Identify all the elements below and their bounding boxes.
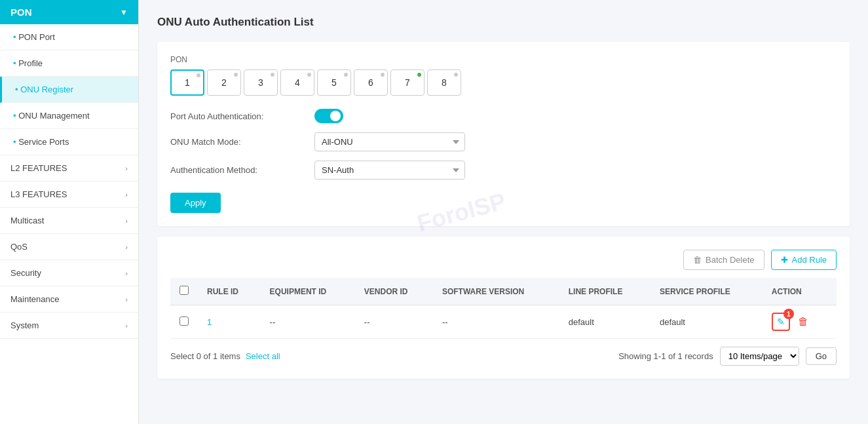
- sidebar-group-label: L3 FEATURES: [10, 189, 67, 199]
- chevron-right-icon: ›: [125, 296, 128, 303]
- pon-tab-1[interactable]: 1: [170, 69, 204, 96]
- pon-dot-6: [381, 73, 385, 77]
- cell-software-version: --: [433, 305, 559, 339]
- sidebar-group-label: Maintenance: [10, 294, 59, 304]
- sidebar-group-multicast[interactable]: Multicast ›: [0, 208, 138, 234]
- rule-id-link[interactable]: 1: [207, 317, 212, 327]
- items-per-page-select[interactable]: 10 Items/page 20 Items/page 50 Items/pag…: [720, 347, 799, 366]
- table-actions: 🗑 Batch Delete ✚ Add Rule: [170, 250, 837, 270]
- page-title: ONU Auto Authentication List: [157, 16, 850, 29]
- cell-action: ✎ 1 🗑: [763, 305, 837, 339]
- pon-dot-2: [234, 73, 238, 77]
- trash-icon: 🗑: [693, 255, 702, 265]
- port-auto-auth-toggle[interactable]: [314, 109, 343, 123]
- rules-table: RULE ID EQUIPMENT ID VENDOR ID SOFTWARE …: [170, 278, 837, 339]
- sidebar-group-maintenance[interactable]: Maintenance ›: [0, 286, 138, 313]
- sidebar-group-l2-features[interactable]: L2 FEATURES ›: [0, 155, 138, 182]
- table-card: 🗑 Batch Delete ✚ Add Rule RULE ID EQUIPM…: [157, 237, 850, 379]
- onu-match-mode-select[interactable]: All-ONU SN Password SN+Password: [314, 132, 465, 151]
- pon-dot-8: [454, 73, 458, 77]
- pon-tab-7[interactable]: 7: [390, 69, 425, 96]
- sidebar-group-label: Multicast: [10, 216, 44, 225]
- go-button[interactable]: Go: [806, 347, 837, 365]
- sidebar-group-label: System: [10, 320, 39, 330]
- pon-tab-6[interactable]: 6: [354, 69, 388, 96]
- cell-vendor-id: --: [355, 305, 433, 339]
- sidebar-item-pon-port[interactable]: PON Port: [0, 24, 138, 50]
- plus-icon: ✚: [781, 255, 788, 265]
- cell-rule-id: 1: [198, 305, 261, 339]
- auth-method-select[interactable]: SN-Auth Password-Auth SN+Password-Auth: [314, 161, 465, 180]
- pon-tab-2[interactable]: 2: [207, 69, 241, 96]
- pon-tab-8[interactable]: 8: [427, 69, 461, 96]
- sidebar-pon-header[interactable]: PON ▼: [0, 0, 138, 24]
- add-rule-button[interactable]: ✚ Add Rule: [771, 250, 837, 270]
- header-equipment-id: EQUIPMENT ID: [261, 278, 355, 305]
- pon-dot-1: [197, 73, 200, 77]
- sidebar-group-l3-features[interactable]: L3 FEATURES ›: [0, 182, 138, 208]
- sidebar-item-label: Service Ports: [18, 137, 69, 147]
- header-rule-id: RULE ID: [198, 278, 261, 305]
- cell-equipment-id: --: [261, 305, 355, 339]
- pon-tabs: 1 2 3 4 5 6 7: [170, 69, 837, 96]
- sidebar-pon-label: PON: [10, 7, 32, 18]
- edit-icon: ✎: [777, 317, 785, 327]
- header-vendor-id: VENDOR ID: [355, 278, 433, 305]
- cell-line-profile: default: [559, 305, 651, 339]
- header-checkbox-col: [170, 278, 198, 305]
- sidebar: PON ▼ PON Port Profile ONU Register ONU …: [0, 0, 139, 424]
- pon-tab-label-3: 3: [258, 77, 263, 88]
- pon-tab-4[interactable]: 4: [280, 69, 314, 96]
- pon-tab-5[interactable]: 5: [317, 69, 351, 96]
- sidebar-group-label: L2 FEATURES: [10, 163, 67, 173]
- pon-tab-label-4: 4: [295, 77, 300, 88]
- sidebar-item-service-ports[interactable]: Service Ports: [0, 129, 138, 155]
- sidebar-group-label: QoS: [10, 242, 28, 252]
- select-count-label: Select 0 of 1 items: [170, 351, 240, 361]
- chevron-down-icon: ▼: [120, 8, 128, 17]
- table-footer: Select 0 of 1 items Select all Showing 1…: [170, 347, 837, 366]
- sidebar-item-onu-register[interactable]: ONU Register: [0, 77, 138, 103]
- row-checkbox-1[interactable]: [179, 317, 189, 326]
- pon-tab-3[interactable]: 3: [244, 69, 278, 96]
- header-service-profile: SERVICE PROFILE: [651, 278, 763, 305]
- pon-dot-5: [344, 73, 348, 77]
- sidebar-item-onu-management[interactable]: ONU Management: [0, 103, 138, 129]
- delete-button[interactable]: 🗑: [794, 313, 812, 331]
- toggle-slider: [314, 109, 343, 123]
- showing-label: Showing 1-1 of 1 records: [618, 351, 713, 361]
- apply-button[interactable]: Apply: [170, 193, 221, 213]
- main-content: ONU Auto Authentication List PON 1 2 3 4: [139, 0, 868, 424]
- table-row: 1 -- -- -- default default ✎ 1: [170, 305, 837, 339]
- auth-method-row: Authentication Method: SN-Auth Password-…: [170, 161, 837, 180]
- header-software-version: SOFTWARE VERSION: [433, 278, 559, 305]
- sidebar-item-profile[interactable]: Profile: [0, 50, 138, 77]
- footer-left: Select 0 of 1 items Select all: [170, 351, 280, 361]
- batch-delete-label: Batch Delete: [706, 255, 754, 265]
- add-rule-label: Add Rule: [792, 255, 827, 265]
- pon-dot-7: [417, 73, 421, 77]
- header-line-profile: LINE PROFILE: [559, 278, 651, 305]
- chevron-right-icon: ›: [125, 243, 128, 251]
- action-icons: ✎ 1 🗑: [772, 313, 827, 331]
- sidebar-group-qos[interactable]: QoS ›: [0, 234, 138, 260]
- sidebar-group-security[interactable]: Security ›: [0, 260, 138, 286]
- edit-button[interactable]: ✎ 1: [772, 313, 790, 331]
- batch-delete-button[interactable]: 🗑 Batch Delete: [683, 250, 764, 270]
- row-checkbox-col: [170, 305, 198, 339]
- select-all-link[interactable]: Select all: [246, 351, 280, 361]
- badge-count: 1: [783, 309, 794, 319]
- chevron-right-icon: ›: [125, 217, 128, 225]
- auth-method-label: Authentication Method:: [170, 165, 314, 175]
- pon-dot-4: [307, 73, 311, 77]
- chevron-right-icon: ›: [125, 269, 128, 277]
- sidebar-group-system[interactable]: System ›: [0, 313, 138, 339]
- sidebar-item-label: PON Port: [18, 32, 55, 42]
- delete-icon: 🗑: [798, 316, 808, 328]
- pon-tab-label-2: 2: [221, 77, 227, 88]
- header-action: ACTION: [763, 278, 837, 305]
- select-all-checkbox-header[interactable]: [179, 286, 189, 295]
- pon-tab-label-8: 8: [442, 77, 447, 88]
- chevron-right-icon: ›: [125, 191, 128, 199]
- sidebar-group-label: Security: [10, 268, 41, 278]
